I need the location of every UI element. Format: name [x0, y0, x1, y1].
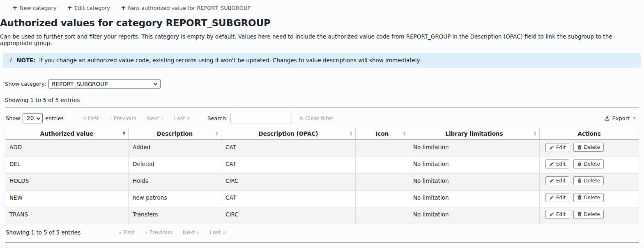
new-category-label: New category [20, 5, 57, 11]
previous-page-button[interactable]: ‹Previous [110, 115, 136, 121]
column-label: Authorized value [40, 130, 93, 137]
delete-label: Delete [584, 212, 600, 217]
clear-filter-label: Clear filter [305, 115, 333, 121]
trash-icon [577, 161, 582, 166]
download-icon [604, 115, 610, 121]
category-select[interactable]: REPORT_SUBGROUP [48, 79, 161, 89]
export-button[interactable]: Export ▼ [604, 115, 639, 121]
edit-category-button[interactable]: + Edit category [67, 5, 110, 11]
first-page-button[interactable]: «First [83, 115, 99, 121]
column-header-description[interactable]: Description ▲▼ [129, 127, 221, 140]
new-authorized-value-button[interactable]: + New authorized value for REPORT_SUBGRO… [121, 5, 251, 11]
edit-label: Edit [556, 178, 566, 184]
chevron-double-right-icon: » [223, 229, 226, 236]
page-description: Can be used to further sort and filter y… [0, 33, 644, 46]
plus-icon: + [121, 5, 126, 11]
search-input[interactable] [230, 113, 292, 123]
authorized-values-table-wrap: Authorized value ▲▼ Description ▲▼ Descr… [5, 127, 639, 224]
plus-icon: + [67, 5, 73, 11]
pencil-icon [549, 212, 554, 217]
table-row: ADD Added CAT No limitation Edit Delete [5, 140, 639, 157]
delete-label: Delete [584, 178, 600, 184]
column-header-icon[interactable]: Icon ▲▼ [356, 127, 409, 140]
column-label: Description [157, 130, 193, 137]
cell-actions: Edit Delete [540, 207, 639, 224]
previous-page-button[interactable]: ‹Previous [145, 229, 172, 236]
delete-button[interactable]: Delete [573, 193, 604, 202]
cell-actions: Edit Delete [540, 140, 639, 157]
pagination-top: «First ‹Previous Next› Last» [83, 115, 190, 121]
page-title: Authorized values for category REPORT_SU… [0, 18, 644, 28]
cell-icon [356, 173, 409, 190]
trash-icon [577, 212, 582, 217]
edit-button[interactable]: Edit [545, 210, 569, 219]
sort-icon: ▲▼ [534, 131, 536, 136]
chevron-double-right-icon: » [187, 115, 191, 121]
new-category-button[interactable]: + New category [12, 5, 57, 11]
category-select-value: REPORT_SUBGROUP [48, 79, 161, 89]
divider [5, 242, 639, 243]
clear-filter-button[interactable]: ✕ Clear filter [299, 115, 333, 121]
last-page-label: Last [174, 115, 185, 121]
cell-description: Added [129, 140, 221, 157]
category-filter-row: Show category: REPORT_SUBGROUP [5, 79, 644, 89]
cell-authorized-value: ADD [5, 140, 129, 157]
delete-button[interactable]: Delete [573, 176, 604, 185]
showing-entries-bottom: Showing 1 to 5 of 5 entries [6, 229, 80, 236]
note-banner: ! NOTE: If you change an authorized valu… [3, 53, 641, 68]
cell-authorized-value: TRANS [5, 207, 129, 224]
cell-description: Transfers [129, 207, 221, 224]
first-page-label: First [88, 115, 99, 121]
sort-icon: ▲▼ [403, 131, 406, 136]
next-page-label: Next [147, 115, 159, 121]
previous-page-label: Previous [150, 229, 172, 235]
next-page-label: Next [183, 229, 195, 235]
edit-category-label: Edit category [74, 5, 110, 11]
column-label: Description (OPAC) [259, 130, 318, 137]
previous-page-label: Previous [114, 115, 136, 121]
show-category-label: Show category: [5, 81, 46, 87]
chevron-left-icon: ‹ [145, 229, 148, 236]
page-size-select[interactable]: 20 [23, 113, 43, 123]
first-page-label: First [124, 229, 135, 235]
cell-library-limitations: No limitation [409, 140, 540, 157]
edit-button[interactable]: Edit [545, 193, 569, 202]
delete-button[interactable]: Delete [573, 143, 604, 152]
column-header-library-limitations[interactable]: Library limitations ▲▼ [409, 127, 540, 140]
column-header-actions: Actions [540, 127, 639, 140]
trash-icon [577, 145, 582, 150]
first-page-button[interactable]: «First [118, 229, 135, 236]
note-label: NOTE: [16, 57, 36, 64]
next-page-button[interactable]: Next› [183, 229, 199, 236]
cell-description: Holds [129, 173, 221, 190]
table-header-row: Authorized value ▲▼ Description ▲▼ Descr… [5, 127, 639, 140]
cell-icon [356, 190, 409, 207]
column-label: Library limitations [445, 130, 503, 137]
edit-button[interactable]: Edit [545, 143, 569, 152]
pagination-bottom: «First ‹Previous Next› Last» [118, 229, 226, 236]
column-header-authorized-value[interactable]: Authorized value ▲▼ [5, 127, 129, 140]
next-page-button[interactable]: Next› [147, 115, 163, 121]
edit-button[interactable]: Edit [545, 159, 569, 168]
trash-icon [577, 195, 582, 200]
edit-button[interactable]: Edit [545, 176, 569, 185]
delete-button[interactable]: Delete [573, 159, 604, 168]
column-label: Icon [376, 130, 389, 137]
cell-description-opac: CIRC [221, 173, 356, 190]
search-label: Search: [207, 115, 228, 121]
plus-icon: + [12, 5, 18, 11]
edit-label: Edit [556, 161, 566, 167]
last-page-button[interactable]: Last» [210, 229, 226, 236]
cell-library-limitations: No limitation [409, 207, 540, 224]
cell-description: new patrons [129, 190, 221, 207]
delete-label: Delete [584, 161, 600, 167]
pencil-icon [549, 195, 554, 200]
column-header-description-opac[interactable]: Description (OPAC) ▲▼ [221, 127, 356, 140]
cell-icon [356, 140, 409, 157]
pencil-icon [549, 178, 554, 183]
authorized-values-table: Authorized value ▲▼ Description ▲▼ Descr… [5, 127, 639, 224]
delete-button[interactable]: Delete [573, 210, 604, 219]
last-page-button[interactable]: Last» [174, 115, 191, 121]
show-label: Show [6, 115, 20, 121]
cell-description-opac: CAT [221, 157, 356, 173]
